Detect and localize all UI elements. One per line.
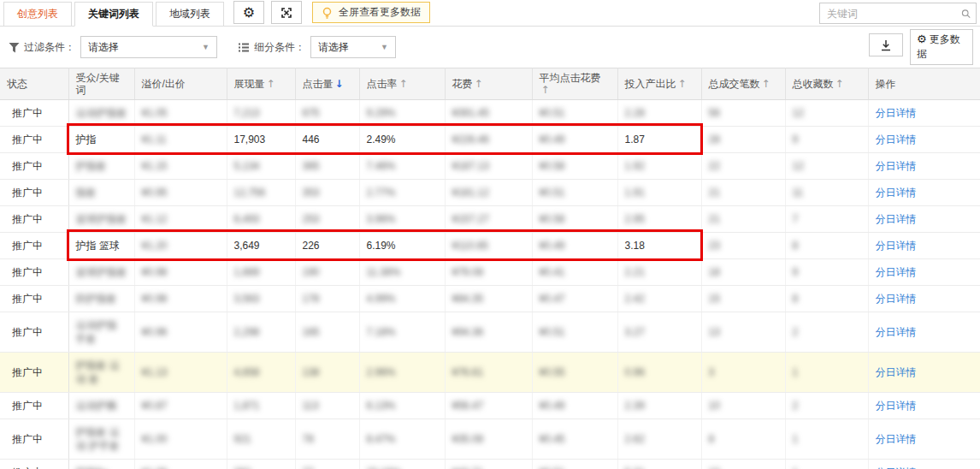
column-header[interactable]: 展现量↑ xyxy=(227,68,295,100)
sort-up-icon[interactable]: ↑ xyxy=(678,78,687,90)
cell-value: ¥0.98 xyxy=(142,266,168,278)
column-header[interactable]: 点击率↑ xyxy=(359,68,445,100)
favorites-cell: 12 xyxy=(785,153,868,180)
keyword-cell: 篮球护指套 xyxy=(68,206,134,233)
daily-detail-link[interactable]: 分日详情 xyxy=(876,433,917,445)
daily-detail-link[interactable]: 分日详情 xyxy=(876,107,917,119)
cell-value: 4,658 xyxy=(234,366,260,378)
avg-click-cost-cell: ¥0.51 xyxy=(532,180,617,206)
cell-value: 7,213 xyxy=(234,107,260,119)
roi-cell: 3.18 xyxy=(617,233,701,259)
cell-value: ¥0.95 xyxy=(142,187,168,199)
status-cell: 推广中 xyxy=(0,419,68,460)
daily-detail-link[interactable]: 分日详情 xyxy=(876,187,917,199)
sort-up-icon[interactable]: ↑ xyxy=(399,78,408,90)
settings-button[interactable]: ⚙ xyxy=(233,1,264,24)
clicks-cell: 78 xyxy=(295,419,359,460)
orders-cell: 18 xyxy=(701,259,785,286)
column-header[interactable]: 总成交笔数↑ xyxy=(701,68,785,100)
tab-keyword-list[interactable]: 关键词列表 xyxy=(74,2,153,27)
daily-detail-link[interactable]: 分日详情 xyxy=(876,400,917,412)
status-cell: 推广中 xyxy=(0,206,68,233)
favorites-cell: 2 xyxy=(785,393,868,419)
sort-up-icon[interactable]: ↑ xyxy=(267,78,275,90)
sort-up-icon[interactable]: ↑ xyxy=(541,84,550,96)
roi-cell: 2.62 xyxy=(617,419,701,460)
bid-cell: ¥1.15 xyxy=(134,153,227,180)
daily-detail-link[interactable]: 分日详情 xyxy=(876,366,917,378)
table-row: 推广中护指套 运动 套¥1.134,6581382.96%¥76.61¥0.55… xyxy=(0,353,980,393)
cell-value: 运动护指套 xyxy=(76,107,127,119)
keyword-cell: 护指套 运动 护手套 xyxy=(68,419,134,460)
action-cell: 分日详情 xyxy=(868,312,980,353)
keyword-cell: 运动护指套 xyxy=(68,100,134,127)
daily-detail-link[interactable]: 分日详情 xyxy=(876,293,917,305)
search-input[interactable] xyxy=(825,7,961,21)
column-header-label: 展现量 xyxy=(234,78,265,90)
search-icon[interactable] xyxy=(961,8,971,20)
cell-value: 56 xyxy=(709,107,720,119)
cost-cell: ¥181.12 xyxy=(445,180,532,206)
favorites-cell: 1 xyxy=(785,419,868,460)
avg-click-cost-cell: ¥0.49 xyxy=(532,127,617,153)
cell-value: 0.96 xyxy=(625,366,645,378)
column-header[interactable]: 平均点击花费↑ xyxy=(532,68,617,100)
status-badge: 推广中 xyxy=(12,293,43,305)
daily-detail-link[interactable]: 分日详情 xyxy=(876,240,917,252)
column-header[interactable]: 点击量↓ xyxy=(295,68,359,100)
bid-cell: ¥1.12 xyxy=(134,206,227,233)
cell-value: ¥0.41 xyxy=(540,266,565,278)
column-header[interactable]: 投入产出比↑ xyxy=(617,68,701,100)
more-data-button[interactable]: ⚙更多数据 xyxy=(910,29,973,65)
cell-value: 2.39 xyxy=(625,400,645,412)
orders-cell: 13 xyxy=(701,312,785,353)
keyword-report-page: 创意列表 关键词列表 地域列表 ⚙ 全屏查看更多数据 xyxy=(0,0,980,469)
tab-creative-list[interactable]: 创意列表 xyxy=(3,2,72,27)
daily-detail-link[interactable]: 分日详情 xyxy=(876,266,917,278)
clicks-cell: 190 xyxy=(295,259,359,286)
column-header[interactable]: 总收藏数↑ xyxy=(785,68,868,100)
cell-value: 5,134 xyxy=(234,160,260,172)
clicks-cell: 165 xyxy=(295,312,359,353)
cell-value: ¥187.13 xyxy=(452,160,489,172)
sort-up-icon[interactable]: ↑ xyxy=(835,78,844,90)
daily-detail-link[interactable]: 分日详情 xyxy=(876,134,917,145)
daily-detail-link[interactable]: 分日详情 xyxy=(876,326,917,338)
impressions-cell: 2,298 xyxy=(227,312,295,353)
download-button[interactable] xyxy=(869,33,903,56)
bid-cell: ¥0.98 xyxy=(134,286,227,312)
favorites-cell: 9 xyxy=(785,259,868,286)
roi-cell: 2.21 xyxy=(617,259,701,286)
cell-value: 2,298 xyxy=(234,326,260,338)
avg-click-cost-cell: ¥0.51 xyxy=(532,100,617,127)
cell-value: 6.13% xyxy=(367,400,396,412)
ctr-cell: 6.13% xyxy=(359,393,445,419)
action-cell: 分日详情 xyxy=(868,153,980,180)
cell-value: ¥1.15 xyxy=(142,160,168,172)
filter-condition-select[interactable]: 请选择 ▼ xyxy=(80,36,217,58)
clicks-cell: 446 xyxy=(295,127,359,153)
cell-value: 353 xyxy=(303,187,320,199)
fullscreen-more-data-button[interactable]: 全屏查看更多数据 xyxy=(312,2,430,23)
cell-value: 9 xyxy=(793,266,799,278)
clicks-cell: 226 xyxy=(295,233,359,259)
table-row: 推广中护指 篮球¥1.203,6492266.19%¥110.65¥0.493.… xyxy=(0,233,980,259)
cost-cell: ¥391.45 xyxy=(445,100,532,127)
cell-value: ¥0.87 xyxy=(142,400,168,412)
orders-cell: 28 xyxy=(701,127,785,153)
column-header[interactable]: 花费↑ xyxy=(445,68,532,100)
fullscreen-toggle-button[interactable] xyxy=(271,1,302,24)
cell-value: 8 xyxy=(793,240,799,252)
sort-down-icon[interactable]: ↓ xyxy=(335,78,344,90)
daily-detail-link[interactable]: 分日详情 xyxy=(876,160,917,172)
favorites-cell: 11 xyxy=(785,180,868,206)
segment-condition-select[interactable]: 请选择 ▼ xyxy=(310,36,396,58)
cell-value: 7.46% xyxy=(367,160,396,172)
sort-up-icon[interactable]: ↑ xyxy=(475,78,483,90)
cell-value: 护指套 xyxy=(76,160,107,172)
sort-up-icon[interactable]: ↑ xyxy=(762,78,770,90)
status-badge: 推广中 xyxy=(12,326,43,338)
filter-bar-actions: ⚙更多数据 xyxy=(869,29,973,65)
tab-region-list[interactable]: 地域列表 xyxy=(156,2,224,27)
daily-detail-link[interactable]: 分日详情 xyxy=(876,213,917,225)
